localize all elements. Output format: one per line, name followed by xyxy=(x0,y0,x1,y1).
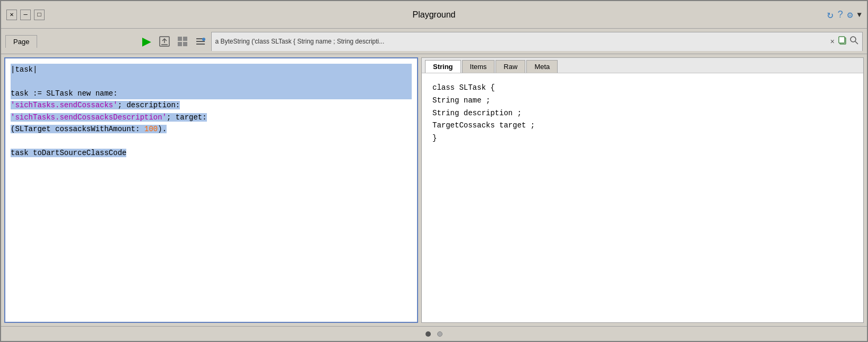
toolbar: Page ▶ xyxy=(1,29,867,54)
result-tab-bar: a ByteString ('class SLTask { String nam… xyxy=(211,32,863,51)
svg-line-14 xyxy=(855,41,858,44)
grid-button[interactable] xyxy=(175,34,190,49)
svg-rect-5 xyxy=(178,42,182,46)
grid-icon xyxy=(177,36,188,47)
maximize-button[interactable]: □ xyxy=(34,10,45,20)
code-editor[interactable]: |task| task := SLTask new name: 'sichTas… xyxy=(4,57,418,323)
run-button[interactable]: ▶ xyxy=(139,34,154,49)
copy-icon[interactable] xyxy=(838,36,847,47)
minimize-button[interactable]: ─ xyxy=(20,10,31,20)
result-line-2: String name ; xyxy=(432,95,853,107)
title-bar: ✕ ─ □ Playground ↻ ? ⚙ ▼ xyxy=(1,1,867,29)
settings-icon[interactable]: ⚙ xyxy=(847,9,853,21)
main-window: ✕ ─ □ Playground ↻ ? ⚙ ▼ Page ▶ xyxy=(0,0,868,342)
code-line-1: |task| xyxy=(11,64,412,75)
menu-button[interactable] xyxy=(193,34,208,49)
result-tab-icons xyxy=(838,36,859,47)
svg-rect-12 xyxy=(839,37,845,43)
code-line-4: 'sichTasks.sendCossacks'; description: xyxy=(11,99,412,111)
result-tabs: String Items Raw Meta xyxy=(422,58,863,73)
export-button[interactable] xyxy=(157,34,172,49)
export-icon xyxy=(159,36,170,47)
result-content: class SLTask { String name ; String desc… xyxy=(422,73,863,322)
result-line-3: String description ; xyxy=(432,107,853,120)
window-controls: ✕ ─ □ xyxy=(6,10,45,20)
search-icon[interactable] xyxy=(849,36,859,47)
svg-point-13 xyxy=(850,37,856,42)
dropdown-icon[interactable]: ▼ xyxy=(857,11,862,19)
tab-string[interactable]: String xyxy=(425,60,461,73)
status-bar xyxy=(1,326,867,341)
page-tab[interactable]: Page xyxy=(5,35,37,48)
svg-rect-6 xyxy=(183,42,187,46)
status-dot-1 xyxy=(426,331,431,337)
result-tab-close[interactable]: × xyxy=(830,37,835,46)
code-line-8: task toDartSourceClassCode xyxy=(11,147,412,159)
result-line-4: TargetCossacks target ; xyxy=(432,119,853,132)
title-bar-actions: ↻ ? ⚙ ▼ xyxy=(827,8,862,21)
svg-point-10 xyxy=(202,38,205,41)
tab-meta[interactable]: Meta xyxy=(526,60,558,73)
svg-rect-4 xyxy=(183,37,187,41)
tab-raw[interactable]: Raw xyxy=(496,60,525,73)
result-panel: String Items Raw Meta class SLTask { Str… xyxy=(421,57,864,323)
close-button[interactable]: ✕ xyxy=(6,10,17,20)
code-line-2 xyxy=(11,75,412,87)
code-line-7 xyxy=(11,135,412,147)
result-line-5: } xyxy=(432,132,853,145)
code-line-3: task := SLTask new name: xyxy=(11,88,412,99)
main-content: |task| task := SLTask new name: 'sichTas… xyxy=(1,54,867,326)
help-icon[interactable]: ? xyxy=(838,9,843,20)
menu-icon xyxy=(195,36,206,47)
code-line-5: 'sichTasks.sendCossacksDescription'; tar… xyxy=(11,112,412,123)
svg-rect-3 xyxy=(178,37,182,41)
status-dot-2 xyxy=(437,331,442,337)
result-tab-label: a ByteString ('class SLTask { String nam… xyxy=(215,38,827,45)
code-line-6: (SLTarget cossacksWithAmount: 100). xyxy=(11,123,412,135)
window-title: Playground xyxy=(413,10,456,20)
result-line-1: class SLTask { xyxy=(432,82,853,95)
refresh-icon[interactable]: ↻ xyxy=(827,8,834,21)
tab-items[interactable]: Items xyxy=(462,60,495,73)
